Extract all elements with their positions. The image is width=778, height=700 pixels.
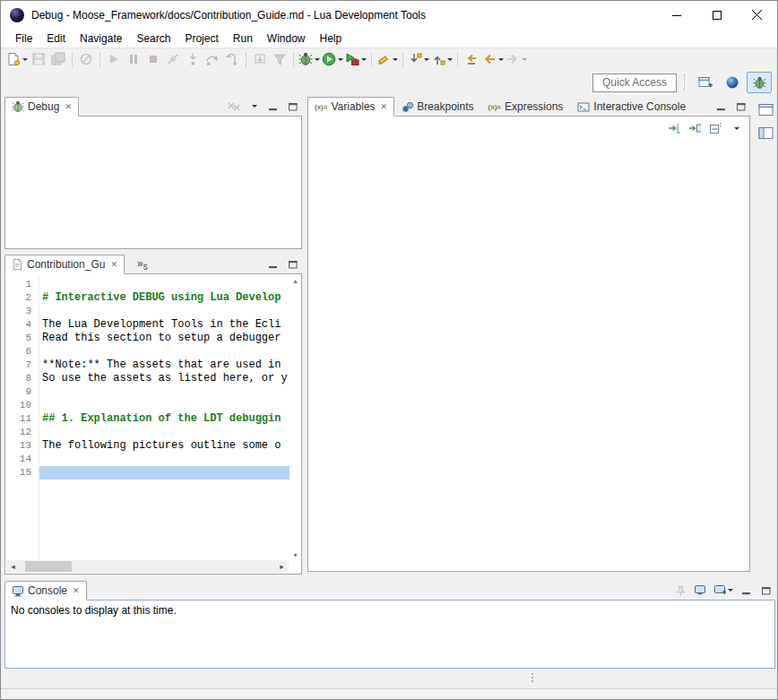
open-console-menu-icon[interactable] [728, 589, 733, 592]
scroll-right-icon[interactable]: ▸ [275, 560, 289, 573]
pin-console-icon[interactable] [674, 584, 687, 597]
debug-menu-icon[interactable] [315, 58, 320, 61]
open-console-icon[interactable] [713, 584, 733, 597]
show-type-names-icon[interactable] [668, 122, 680, 134]
editor-vertical-scrollbar[interactable]: ▴ ▾ [290, 274, 301, 574]
scroll-up-icon[interactable]: ▴ [293, 277, 297, 285]
open-perspective-button[interactable] [693, 72, 718, 93]
sash-handle[interactable] [532, 673, 533, 682]
external-tools-button[interactable] [344, 49, 367, 69]
menu-navigate[interactable]: Navigate [73, 30, 129, 47]
maximize-view-icon[interactable] [760, 584, 773, 597]
menu-edit[interactable]: Edit [39, 30, 73, 47]
code-line[interactable] [39, 278, 290, 291]
tab-console[interactable]: Console ✕ [4, 581, 87, 601]
scrollbar-thumb[interactable] [25, 561, 72, 572]
disconnect-button[interactable] [163, 49, 183, 69]
tab-debug[interactable]: Debug ✕ [4, 97, 79, 117]
minimize-icon[interactable] [656, 1, 696, 29]
back-menu-icon[interactable] [498, 58, 504, 61]
run-menu-icon[interactable] [338, 58, 343, 61]
restore-view-icon[interactable] [757, 125, 775, 141]
skip-all-breakpoints-button[interactable] [76, 49, 96, 69]
save-button[interactable] [29, 49, 48, 69]
debug-button[interactable] [298, 49, 321, 69]
code-line[interactable] [39, 345, 290, 359]
terminate-button[interactable] [143, 49, 163, 69]
use-step-filters-button[interactable] [270, 49, 290, 69]
scrollbar-track[interactable] [20, 560, 275, 573]
external-tools-menu-icon[interactable] [361, 58, 367, 61]
previous-annotation-menu-icon[interactable] [447, 58, 453, 61]
menu-run[interactable]: Run [226, 30, 260, 47]
tab-breakpoints[interactable]: Breakpoints [394, 97, 480, 117]
forward-menu-icon[interactable] [522, 58, 527, 61]
show-logical-structure-icon[interactable] [688, 122, 701, 134]
save-all-button[interactable] [48, 49, 68, 69]
code-line[interactable]: **Note:** The assets that are used in [39, 359, 290, 372]
step-into-button[interactable] [183, 49, 203, 69]
collapse-all-icon[interactable] [709, 122, 722, 134]
tab-close-icon[interactable]: ✕ [65, 102, 72, 111]
maximize-icon[interactable] [696, 1, 737, 29]
maximize-view-icon[interactable] [287, 100, 299, 113]
mark-occurrences-button[interactable] [376, 49, 399, 69]
debug-view-content[interactable] [4, 116, 302, 249]
code-line[interactable]: # Interactive DEBUG using Lua Develop [39, 291, 290, 305]
scroll-down-icon[interactable]: ▾ [293, 551, 297, 559]
close-icon[interactable] [737, 1, 777, 29]
run-button[interactable] [321, 49, 344, 69]
tab-contribution-guide[interactable]: Contribution_Gu ✕ [4, 255, 125, 274]
tab-expressions[interactable]: (x)= Expressions [481, 97, 571, 117]
debug-perspective-button[interactable] [747, 72, 772, 93]
tab-variables[interactable]: (x)= Variables ✕ [307, 97, 394, 117]
new-wizard-menu-icon[interactable] [22, 58, 28, 61]
code-line[interactable]: So use the assets as listed here, or y [39, 372, 290, 385]
minimize-view-icon[interactable] [740, 584, 753, 597]
editor-horizontal-scrollbar[interactable]: ◂ ▸ [6, 560, 289, 573]
code-line[interactable]: The following pictures outline some o [39, 439, 290, 453]
code-line[interactable]: Read this section to setup a debugger [39, 332, 290, 345]
ldt-perspective-button[interactable] [720, 72, 745, 93]
minimize-view-icon[interactable] [715, 100, 728, 113]
mark-occurrences-menu-icon[interactable] [393, 58, 398, 61]
code-line[interactable] [39, 453, 290, 466]
code-line[interactable] [39, 385, 290, 399]
remove-all-terminated-icon[interactable] [228, 100, 240, 113]
previous-annotation-button[interactable] [430, 49, 454, 69]
quick-access-input[interactable]: Quick Access [592, 73, 677, 92]
tab-close-icon[interactable]: ✕ [381, 102, 388, 111]
tab-interactive-console[interactable]: Interactive Console [570, 97, 693, 117]
view-menu-icon[interactable] [730, 122, 742, 134]
scroll-left-icon[interactable]: ◂ [6, 560, 20, 573]
drop-to-frame-button[interactable] [250, 49, 270, 69]
console-content[interactable]: No consoles to display at this time. [4, 600, 775, 669]
code-line[interactable] [39, 426, 290, 439]
next-annotation-button[interactable] [407, 49, 430, 69]
new-wizard-button[interactable] [5, 49, 29, 69]
step-over-button[interactable] [203, 49, 222, 69]
next-annotation-menu-icon[interactable] [424, 58, 429, 61]
menu-window[interactable]: Window [260, 30, 313, 47]
code-line[interactable]: The Lua Development Tools in the Ecli [39, 318, 290, 332]
last-edit-location-button[interactable] [462, 49, 481, 69]
minimize-view-icon[interactable] [267, 258, 280, 271]
maximize-view-icon[interactable] [287, 258, 299, 271]
maximize-view-icon[interactable] [735, 100, 748, 113]
tab-close-icon[interactable]: ✕ [73, 586, 80, 595]
restore-view-icon[interactable] [757, 101, 775, 117]
back-button[interactable] [481, 49, 505, 69]
code-line[interactable] [39, 305, 290, 318]
editor-tab-overflow[interactable]: » 5 [137, 259, 148, 274]
menu-search[interactable]: Search [129, 30, 177, 47]
suspend-button[interactable] [124, 49, 143, 69]
code-line[interactable] [39, 466, 290, 480]
resume-button[interactable] [104, 49, 124, 69]
menu-help[interactable]: Help [313, 30, 350, 47]
editor-code[interactable]: # Interactive DEBUG using Lua DevelopThe… [39, 274, 290, 574]
minimize-view-icon[interactable] [267, 100, 280, 113]
code-line[interactable]: ## 1. Explanation of the LDT debuggin [39, 412, 290, 426]
menu-project[interactable]: Project [177, 30, 225, 47]
step-return-button[interactable] [222, 49, 242, 69]
forward-button[interactable] [505, 49, 528, 69]
